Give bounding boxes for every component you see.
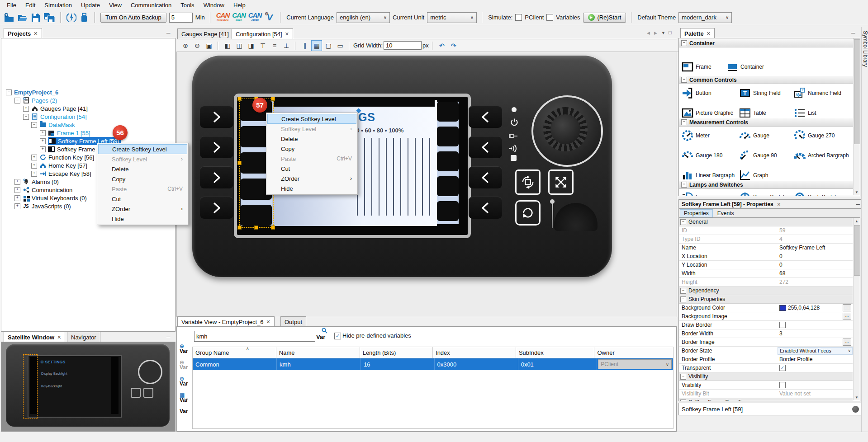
- menu-item-paste[interactable]: PasteCtrl+V: [267, 154, 356, 164]
- prop-row-border-state[interactable]: Border StateEnabled Without Focus∨: [679, 347, 853, 355]
- close-icon[interactable]: ✕: [33, 31, 38, 37]
- prop-group-visibility[interactable]: −Visibility: [679, 372, 853, 381]
- browse-button[interactable]: ...: [843, 304, 851, 311]
- col-header-index[interactable]: Index: [433, 347, 516, 358]
- device-softkey-left-4[interactable]: [200, 197, 233, 219]
- palette-item-gauge-90[interactable]: Gauge 90: [739, 148, 795, 163]
- close-icon[interactable]: ✕: [777, 202, 781, 207]
- open-project-icon[interactable]: [17, 12, 28, 23]
- prop-group-softkey-specific[interactable]: −Softkey Frame Specific: [679, 398, 853, 401]
- align-center-icon[interactable]: ◫: [234, 40, 245, 51]
- menu-item-copy[interactable]: Copy: [267, 144, 356, 154]
- minimize-icon[interactable]: ─: [856, 201, 860, 207]
- rotary-knob[interactable]: [531, 95, 603, 167]
- restart-button[interactable]: ▶(Re)Start: [583, 13, 626, 23]
- tree-item-pages[interactable]: −Pages (2): [1, 96, 175, 104]
- measure-icon[interactable]: ▭: [335, 40, 346, 51]
- prop-row-border-width[interactable]: Border Width3: [679, 329, 853, 338]
- col-header-name[interactable]: Name: [276, 347, 360, 358]
- symbol-library-tab[interactable]: Symbol Library: [862, 31, 868, 67]
- prop-group-dependency[interactable]: −Dependency: [679, 287, 853, 295]
- menu-update[interactable]: Update: [77, 1, 104, 9]
- projects-tab[interactable]: Projects✕: [4, 28, 42, 38]
- menu-item-hide[interactable]: Hide: [98, 214, 187, 224]
- align-top-icon[interactable]: ⊤: [257, 40, 268, 51]
- collapse-toggle[interactable]: −: [6, 89, 12, 95]
- return-button[interactable]: [515, 200, 541, 226]
- menu-communication[interactable]: Communication: [127, 1, 175, 9]
- menu-item-zorder[interactable]: ZOrder›: [267, 174, 356, 183]
- col-header-group-name[interactable]: Group Name∧: [193, 347, 276, 358]
- softkey-frame-right[interactable]: [437, 102, 459, 224]
- design-canvas[interactable]: SETTINGS 0 • 20 • 40 • 60 • 80 • 100%: [176, 52, 677, 317]
- tab-scroll-left-icon[interactable]: ◀: [647, 31, 650, 35]
- palette-item-push-switch[interactable]: Push Switch: [794, 189, 850, 196]
- collapse-toggle[interactable]: −: [14, 98, 20, 103]
- tree-item-frame-1[interactable]: +Frame 1 [55]: [1, 129, 175, 137]
- menu-file[interactable]: File: [3, 1, 20, 9]
- palette-item-power-switch[interactable]: Power Switch: [739, 189, 795, 196]
- palette-scrollbar[interactable]: ▼: [853, 38, 860, 195]
- tab-configuration[interactable]: Configuration [54]✕: [232, 28, 293, 39]
- screen-rotate-button[interactable]: [515, 169, 541, 195]
- tab-scroll-right-icon[interactable]: ▶: [654, 31, 657, 35]
- new-project-icon[interactable]: [4, 12, 14, 23]
- prop-row-y-location[interactable]: Y Location0: [679, 261, 853, 269]
- palette-item-numeric-field[interactable]: 3¦42Numeric Field: [794, 85, 850, 101]
- prop-group-skin[interactable]: −Skin Properties: [679, 295, 853, 304]
- satellite-preview[interactable]: ⚙ SETTINGS Display-Backlight Key-Backlig…: [1, 342, 175, 432]
- save-all-icon[interactable]: [43, 12, 55, 23]
- expand-toggle[interactable]: +: [14, 187, 20, 193]
- save-icon[interactable]: [31, 12, 41, 23]
- grid-width-input[interactable]: [384, 41, 422, 50]
- checkbox-unchecked[interactable]: [779, 322, 786, 328]
- expand-toggle[interactable]: +: [23, 106, 29, 112]
- prop-row-background-color[interactable]: Background Color255,0,64,128...: [679, 304, 853, 312]
- menu-tools[interactable]: Tools: [176, 1, 198, 9]
- zoom-out-icon[interactable]: ⊖: [192, 40, 203, 51]
- expand-toggle[interactable]: +: [14, 179, 20, 185]
- expand-toggle[interactable]: +: [31, 155, 37, 160]
- menu-item-delete[interactable]: Delete: [267, 134, 356, 144]
- expand-toggle[interactable]: +: [31, 171, 37, 177]
- prop-row-draw-border[interactable]: Draw Border: [679, 321, 853, 329]
- variable-search-button[interactable]: Var: [315, 328, 330, 343]
- menu-simulation[interactable]: Simulation: [40, 1, 76, 9]
- snap-to-grid-icon[interactable]: ▦: [311, 40, 322, 51]
- prop-row-border-image[interactable]: Border Image...: [679, 338, 853, 347]
- menu-item-cut[interactable]: Cut: [267, 164, 356, 174]
- prop-row-x-location[interactable]: X Location0: [679, 252, 853, 261]
- col-header-subindex[interactable]: SubIndex: [516, 347, 595, 358]
- palette-item-string-field[interactable]: TString Field: [739, 85, 795, 101]
- tree-item-project[interactable]: −EmptyProject_6: [1, 88, 175, 96]
- prop-row-visibility[interactable]: Visibility: [679, 381, 853, 390]
- align-right-icon[interactable]: ◨: [246, 40, 256, 51]
- menu-item-copy[interactable]: Copy: [98, 174, 187, 184]
- device-softkey-right-3[interactable]: [469, 166, 502, 188]
- auto-backup-button[interactable]: Turn On Auto Backup: [100, 13, 166, 23]
- prop-row-background-image[interactable]: Background Image...: [679, 312, 853, 321]
- menu-window[interactable]: Window: [199, 1, 228, 9]
- output-tab[interactable]: Output: [280, 316, 306, 327]
- align-middle-icon[interactable]: ≡: [269, 40, 280, 51]
- table-row-selected[interactable]: Common kmh 16 0x3000 0x01 PClient∨: [193, 358, 673, 370]
- sync-icon[interactable]: [66, 12, 76, 23]
- expand-toggle[interactable]: +: [40, 130, 46, 136]
- backup-interval-input[interactable]: [169, 13, 193, 23]
- minimize-icon[interactable]: ─: [166, 30, 171, 36]
- v-gear-icon[interactable]: ⚙V: [264, 12, 275, 23]
- satellite-window-tab[interactable]: Satellite Window✕: [4, 332, 65, 342]
- menu-help[interactable]: Help: [229, 1, 250, 9]
- palette-item-meter[interactable]: Meter: [682, 128, 738, 143]
- menu-item-create-softkey-level[interactable]: Create Softkey Level: [267, 114, 356, 124]
- prop-row-name[interactable]: NameSoftkey Frame Left: [679, 244, 853, 252]
- menu-item-softkey-level[interactable]: Softkey Level›: [98, 154, 187, 164]
- menu-item-hide[interactable]: Hide: [267, 183, 356, 193]
- menu-item-paste[interactable]: PasteCtrl+V: [98, 184, 187, 194]
- can-freestyle-logo[interactable]: CANFreestyle: [216, 13, 230, 22]
- collapse-toggle[interactable]: −: [23, 114, 29, 120]
- tab-gauges-page[interactable]: Gauges Page [41]✕: [177, 28, 240, 39]
- tab-properties[interactable]: Properties: [680, 209, 713, 217]
- align-left-icon[interactable]: ◧: [222, 40, 233, 51]
- redo-icon[interactable]: ↷: [448, 40, 459, 51]
